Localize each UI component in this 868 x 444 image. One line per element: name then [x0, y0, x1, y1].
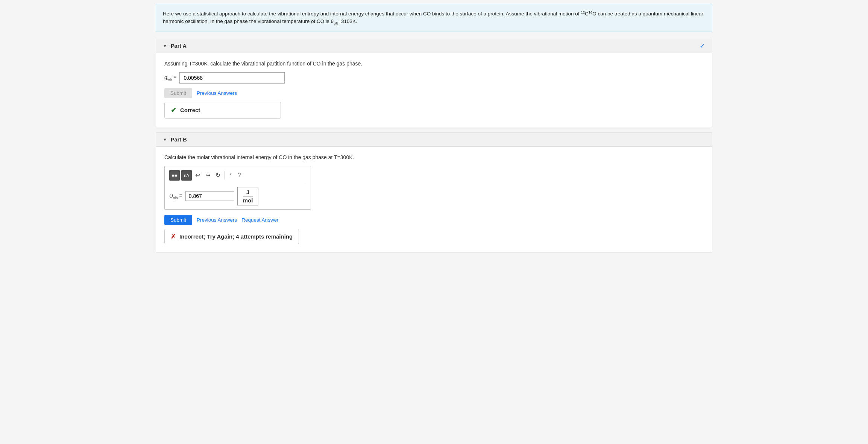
part-b-answer-label: Uvib =	[169, 193, 182, 200]
part-a-header: ▼ Part A ✓	[156, 39, 712, 53]
part-a-chevron[interactable]: ▼	[163, 44, 167, 48]
undo-icon: ↩	[195, 172, 200, 178]
part-a-input[interactable]	[179, 72, 285, 84]
part-a-result-text: Correct	[180, 107, 200, 113]
part-b-section: ▼ Part B Calculate the molar vibrational…	[156, 132, 712, 253]
incorrect-icon: ✗	[171, 233, 176, 240]
template-icon: ■■	[172, 173, 177, 178]
math-entry-row: Uvib = J mol	[169, 187, 306, 205]
keyboard-icon: ⎖	[229, 172, 233, 178]
fraction-display: J mol	[237, 187, 259, 205]
part-b-request-answer-link[interactable]: Request Answer	[241, 217, 278, 223]
part-a-section: ▼ Part A ✓ Assuming T=300K, calculate th…	[156, 39, 712, 127]
toolbar-undo-btn[interactable]: ↩	[193, 171, 202, 179]
part-b-body: Calculate the molar vibrational internal…	[156, 147, 712, 252]
part-a-submit-button[interactable]: Submit	[164, 88, 192, 98]
toolbar-template-btn[interactable]: ■■	[169, 170, 180, 181]
part-b-header: ▼ Part B	[156, 133, 712, 147]
font-icon: nA	[184, 173, 189, 178]
info-text: Here we use a statistical approach to ca…	[163, 11, 703, 24]
part-b-label: Part B	[171, 137, 187, 143]
part-a-check-icon: ✓	[700, 42, 705, 50]
part-a-body: Assuming T=300K, calculate the vibration…	[156, 53, 712, 127]
part-b-result-box: ✗ Incorrect; Try Again; 4 attempts remai…	[164, 229, 299, 244]
part-b-previous-answers-link[interactable]: Previous Answers	[197, 217, 237, 223]
part-b-submit-button[interactable]: Submit	[164, 215, 192, 225]
toolbar-keyboard-btn[interactable]: ⎖	[227, 171, 235, 179]
page-wrapper: Here we use a statistical approach to ca…	[152, 0, 716, 262]
toolbar-font-btn[interactable]: nA	[181, 170, 192, 181]
toolbar-redo-btn[interactable]: ↪	[203, 171, 212, 179]
help-icon: ?	[238, 172, 241, 178]
part-b-question: Calculate the molar vibrational internal…	[164, 154, 704, 161]
part-a-question: Assuming T=300K, calculate the vibration…	[164, 60, 704, 68]
part-a-answer-row: qvib =	[164, 72, 704, 84]
part-b-math-container: ■■ nA ↩ ↪ ↻ ⎖	[164, 166, 311, 210]
part-a-answer-label: qvib =	[164, 74, 176, 81]
correct-icon: ✔	[171, 106, 176, 114]
part-a-previous-answers-link[interactable]: Previous Answers	[197, 90, 237, 96]
math-toolbar: ■■ nA ↩ ↪ ↻ ⎖	[169, 170, 306, 183]
part-b-result-text: Incorrect; Try Again; 4 attempts remaini…	[179, 233, 293, 240]
redo-icon: ↪	[205, 172, 210, 178]
toolbar-refresh-btn[interactable]: ↻	[214, 171, 222, 179]
part-b-buttons: Submit Previous Answers Request Answer	[164, 215, 704, 225]
part-a-label: Part A	[171, 43, 187, 49]
toolbar-help-btn[interactable]: ?	[236, 171, 243, 179]
part-a-result-box: ✔ Correct	[164, 102, 281, 119]
fraction-numerator: J	[243, 189, 253, 196]
refresh-icon: ↻	[215, 172, 220, 178]
fraction-denominator: mol	[243, 196, 253, 204]
toolbar-divider	[225, 171, 225, 179]
part-a-buttons: Submit Previous Answers	[164, 88, 704, 98]
info-box: Here we use a statistical approach to ca…	[156, 4, 712, 32]
part-b-input[interactable]	[185, 191, 234, 201]
part-b-chevron[interactable]: ▼	[163, 137, 167, 142]
